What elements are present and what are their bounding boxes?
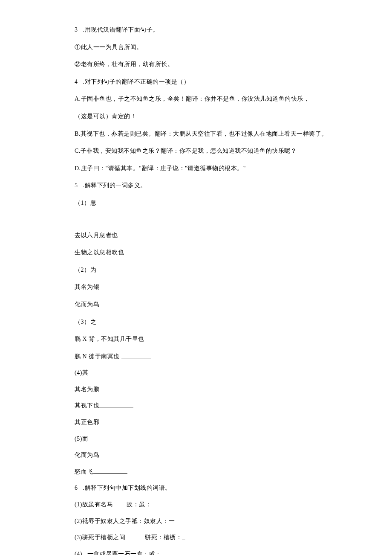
q3-header: 3 .用现代汉语翻译下面句子。 [75,26,349,34]
q6-header: 6 .解释下列句中加下划线的词语。 [75,484,349,492]
q5-i5a: 化而为鸟 [75,451,349,459]
q5-i2b: 化而为鸟 [75,300,349,309]
q5-i5b: 怒而飞 [75,468,93,475]
q5-i3: （3）之 [75,318,349,326]
blank-fill[interactable] [99,401,133,407]
q5-i5: (5)而 [75,435,349,443]
q4-text: .对下列句子的翻译不正确的一项是（） [83,78,190,86]
q4-num: 4 [75,78,78,86]
q6-l1-pre: (1)故虽有名马 [75,500,113,509]
q5-i1b: 生物之以息相吹也 [75,249,124,256]
q3-sub1: ①此人一一为具言所闻。 [75,43,349,52]
q4-optB: B.其视下也，亦若是则已矣。翻译：大鹏从天空往下看，也不过像人在地面上看天一样罢… [75,130,349,138]
q5-i5b-row: 怒而飞 [75,468,349,476]
q5-i4c: 其正色邪 [75,418,349,427]
q4-optC: C.子非我，安知我不知鱼之乐？翻译：你不是我，怎么知道我不知道鱼的快乐呢？ [75,147,349,155]
q5-i2a: 其名为鲲 [75,283,349,291]
q5-i1a: 去以六月息者也 [75,231,349,240]
q6-l4-u: 一食或 [87,551,106,555]
q6-l2-post: 之手祗：奴隶人：一 [119,518,175,524]
q5-i3b: 鹏 N 徙于南冥也 [75,353,120,360]
q6-line3: (3)骈死于槽枥之间 骈死：槽枥：_ [75,533,349,542]
blank-fill[interactable] [121,352,151,358]
q3-text: .用现代汉语翻译下面句子。 [83,26,159,34]
q6-line2: (2)祗辱于奴隶人之手祗：奴隶人：一 [75,517,349,526]
q4-optA2: （这是可以）肯定的！ [75,112,349,121]
blank-fill[interactable] [93,468,127,474]
q3-sub2: ②老有所终，壮有所用，幼有所长。 [75,60,349,69]
q4-optA: A.子固非鱼也，子之不知鱼之乐，全矣！翻译：你并不是鱼，你没法儿知道鱼的快乐， [75,95,349,103]
q5-header: 5 .解释下列的一词多义。 [75,181,349,190]
q6-l3-pre: (3)骈死于槽枥之间 [75,533,125,542]
q6-l1-post: 故：虽： [127,501,151,508]
q6-text: .解释下列句中加下划线的词语。 [83,484,171,492]
q5-i4: (4)其 [75,369,349,377]
q5-i2: （2）为 [75,266,349,274]
q5-i1: （1）息 [75,199,349,207]
q5-i3b-row: 鹏 N 徙于南冥也 [75,352,349,361]
q6-l4-post: 尽粟一石一食：或： [106,551,161,555]
q5-i3a: 鹏 X 背，不知其几千里也 [75,335,349,343]
q6-line4: (4) 一食或尽粟一石一食：或： [75,550,349,555]
q5-i1b-row: 生物之以息相吹也 [75,248,349,257]
q6-l3-post: 骈死：槽枥：_ [145,534,185,540]
blank-fill[interactable] [126,248,156,254]
q6-l4-pre: (4) [75,551,82,555]
q4-optD: D.庄子曰："请循其本。"翻译：庄子说："请遵循事物的根本。" [75,164,349,173]
q6-line1: (1)故虽有名马 故：虽： [75,500,349,509]
q5-num: 5 [75,181,78,190]
spacer [75,216,349,222]
q6-l2-pre: (2)祗辱于 [75,518,101,524]
q6-l2-u: 奴隶人 [101,518,119,524]
q6-num: 6 [75,484,78,492]
q5-text: .解释下列的一词多义。 [83,181,147,190]
q4-header: 4 .对下列句子的翻译不正确的一项是（） [75,78,349,86]
q3-num: 3 [75,26,78,34]
q5-i4b: 其视下也 [75,402,99,409]
q5-i4b-row: 其视下也 [75,401,349,410]
q5-i4a: 其名为鹏 [75,385,349,394]
